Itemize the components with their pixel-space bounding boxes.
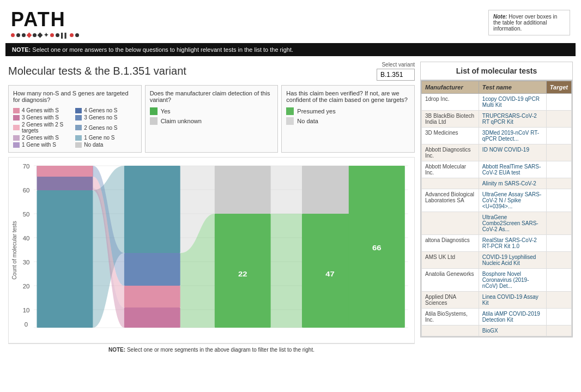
cell-target	[546, 144, 571, 161]
page-wrapper: PATH ✦ ▌▌ Note: Hover over boxes in the …	[0, 0, 581, 392]
col-target: Target	[546, 81, 571, 94]
cell-target	[546, 161, 571, 178]
variant-selector: Select variant B.1.351 B.1.1.7 P.1	[377, 62, 415, 81]
table-header-row: Manufacturer Test name Target	[422, 81, 572, 94]
legend-item[interactable]: 1 Gene no S	[75, 135, 136, 141]
legend-item[interactable]: 1 Gene with S	[13, 142, 74, 148]
logo-text: PATH	[11, 10, 79, 29]
question-text-2: Does the manufacturer claim detection of…	[150, 90, 274, 103]
svg-text:Count of molecular tests: Count of molecular tests	[10, 221, 17, 280]
logo-area: PATH ✦ ▌▌	[11, 10, 79, 39]
svg-text:60: 60	[23, 188, 30, 194]
cell-manufacturer	[422, 325, 479, 336]
header: PATH ✦ ▌▌ Note: Hover over boxes in the …	[5, 5, 576, 43]
banner-prefix: NOTE:	[12, 46, 31, 53]
question-text-1: How many non-S and S genes are targeted …	[13, 90, 137, 103]
legend-item[interactable]: 4 Genes with S	[13, 107, 74, 113]
cell-manufacturer: AMS UK Ltd	[422, 252, 479, 269]
cell-target	[546, 325, 571, 336]
swatch-no-data	[286, 117, 294, 125]
cross-symbol: ✦	[44, 32, 49, 39]
table-row[interactable]: BioGX	[422, 325, 572, 336]
cell-target	[546, 189, 571, 212]
legend-item[interactable]: 2 Genes with S	[13, 135, 74, 141]
banner-text: Select one or more answers to the below …	[31, 46, 293, 53]
cell-manufacturer: 1drop Inc.	[422, 94, 479, 111]
cell-manufacturer: Advanced Biological Laboratories SA	[422, 189, 479, 212]
cell-target	[546, 292, 571, 309]
col-manufacturer: Manufacturer	[422, 81, 479, 94]
svg-text:30: 30	[23, 260, 30, 266]
table-row[interactable]: 3D Medicines3DMed 2019-nCoV RT-qPCR Dete…	[422, 128, 572, 144]
cell-manufacturer: Atila BioSystems, Inc.	[422, 309, 479, 325]
cell-manufacturer: 3D Medicines	[422, 128, 479, 144]
logo-dots: ✦ ▌▌	[11, 32, 79, 39]
cell-manufacturer: altona Diagnostics	[422, 235, 479, 252]
list-panel: List of molecular tests Manufacturer Tes…	[420, 62, 573, 337]
list-header: List of molecular tests	[421, 62, 572, 80]
swatch-yes	[150, 107, 158, 115]
note-label: Note:	[493, 14, 509, 20]
swatch-claim-unknown	[150, 117, 158, 125]
question-text-3: Has this claim been verified? If not, ar…	[286, 90, 410, 103]
cell-manufacturer	[422, 178, 479, 189]
svg-text:22: 22	[238, 270, 247, 278]
answer-item-nodata[interactable]: No data	[286, 117, 410, 125]
alluvial-chart[interactable]: 70 60 50 40 30 20 10 0 Count of molecula…	[9, 158, 414, 343]
answer-item[interactable]: Yes	[150, 107, 274, 115]
table-row[interactable]: 3B BlackBio Biotech India LtdTRUPCRSARS-…	[422, 111, 572, 128]
swatch-3genes-s	[13, 115, 20, 120]
table-row[interactable]: AMS UK LtdCOVID-19 Lyophilised Nucleic A…	[422, 252, 572, 269]
table-row[interactable]: altona DiagnosticsRealStar SARS-CoV-2 RT…	[422, 235, 572, 252]
chart-note-prefix: NOTE:	[108, 347, 125, 353]
svg-text:40: 40	[23, 236, 30, 242]
table-row[interactable]: Abbott Diagnostics Inc.ID NOW COVID-19	[422, 144, 572, 161]
notification-banner: NOTE: Select one or more answers to the …	[5, 43, 576, 56]
cell-testname: TRUPCRSARS-CoV-2 RT qPCR Kit	[479, 111, 546, 128]
cell-testname: Alinity m SARS-CoV-2	[479, 178, 546, 189]
table-row[interactable]: Atila BioSystems, Inc.Atila iAMP COVID-2…	[422, 309, 572, 325]
legend-item[interactable]: 3 Genes with S	[13, 114, 74, 120]
cell-testname: UltraGene Combo2Screen SARS-CoV-2 As...	[479, 212, 546, 235]
cell-target	[546, 252, 571, 269]
cell-manufacturer: Anatolia Geneworks	[422, 269, 479, 292]
table-row[interactable]: Alinity m SARS-CoV-2	[422, 178, 572, 189]
table-row[interactable]: UltraGene Combo2Screen SARS-CoV-2 As...	[422, 212, 572, 235]
legend-item[interactable]: No data	[75, 142, 136, 148]
swatch-4genes-s	[13, 108, 20, 113]
swatch-3genes-nos	[75, 115, 82, 120]
variant-select[interactable]: B.1.351 B.1.1.7 P.1	[377, 69, 415, 81]
page-title: Molecular tests & the B.1.351 variant	[8, 65, 186, 77]
dot8	[75, 33, 79, 37]
legend-item[interactable]: 2 Genes with 2 S targets	[13, 122, 74, 134]
legend-item[interactable]: 4 Genes no S	[75, 107, 136, 113]
answer-item-presumed[interactable]: Presumed yes	[286, 107, 410, 115]
dot1	[11, 33, 15, 37]
table-row[interactable]: Advanced Biological Laboratories SAUltra…	[422, 189, 572, 212]
legend-item[interactable]: 3 Genes no S	[75, 114, 136, 120]
svg-text:50: 50	[23, 212, 30, 218]
svg-text:0: 0	[25, 322, 28, 328]
cell-manufacturer: Abbott Molecular Inc.	[422, 161, 479, 178]
dot2	[16, 33, 20, 37]
variant-label: Select variant	[382, 62, 415, 68]
svg-rect-23	[124, 307, 180, 328]
svg-rect-17	[37, 190, 93, 328]
table-row[interactable]: 1drop Inc.1copy COVID-19 qPCR Multi Kit	[422, 94, 572, 111]
bar-symbol: ▌▌	[61, 33, 68, 38]
table-row[interactable]: Applied DNA SciencesLinea COVID-19 Assay…	[422, 292, 572, 309]
cell-target	[546, 178, 571, 189]
table-row[interactable]: Abbott Molecular Inc.Abbott RealTime SAR…	[422, 161, 572, 178]
svg-rect-20	[124, 166, 180, 253]
swatch-1gene-s	[13, 142, 20, 148]
cell-target	[546, 309, 571, 325]
answer-item[interactable]: Claim unknown	[150, 117, 274, 125]
cell-testname: ID NOW COVID-19	[479, 144, 546, 161]
list-container[interactable]: Manufacturer Test name Target 1drop Inc.…	[421, 80, 572, 337]
col-testname: Test name	[479, 81, 546, 94]
cell-target	[546, 235, 571, 252]
svg-text:66: 66	[372, 244, 382, 252]
legend-item[interactable]: 2 Genes no S	[75, 122, 136, 134]
cell-testname: 3DMed 2019-nCoV RT-qPCR Detect...	[479, 128, 546, 144]
table-row[interactable]: Anatolia GeneworksBosphore Novel Coronav…	[422, 269, 572, 292]
